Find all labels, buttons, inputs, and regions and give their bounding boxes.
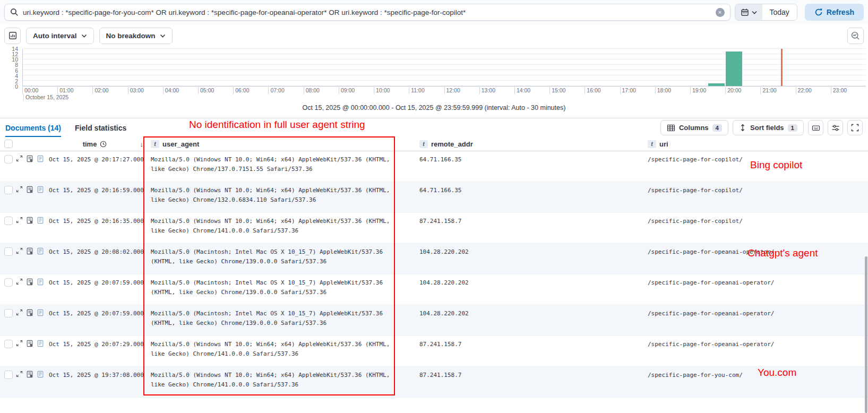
cell-user-agent[interactable]: Mozilla/5.0 (Windows NT 10.0; Win64; x64… bbox=[144, 213, 410, 243]
cell-remote-addr[interactable]: 64.71.166.35 bbox=[410, 182, 643, 212]
row-checkbox[interactable] bbox=[4, 155, 13, 164]
cell-uri[interactable]: /specific-page-for-opeanai-operator/ bbox=[643, 274, 868, 305]
document-details-icon[interactable] bbox=[26, 340, 33, 347]
cell-time[interactable]: Oct 15, 2025 @ 20:08:02.000 bbox=[45, 244, 144, 274]
row-checkbox[interactable] bbox=[4, 340, 13, 348]
table-row[interactable]: Oct 15, 2025 @ 20:17:27.000 Mozilla/5.0 … bbox=[0, 151, 868, 182]
table-row[interactable]: Oct 15, 2025 @ 20:08:02.000 Mozilla/5.0 … bbox=[0, 244, 868, 274]
search-input[interactable]: uri.keyword : *specific-page-for-you-com… bbox=[4, 4, 731, 21]
row-checkbox[interactable] bbox=[4, 371, 13, 379]
date-range-label[interactable]: Today bbox=[762, 4, 797, 20]
query-text[interactable]: uri.keyword : *specific-page-for-you-com… bbox=[23, 8, 711, 16]
tab-documents[interactable]: Documents (14) bbox=[5, 118, 61, 137]
document-details-icon[interactable] bbox=[26, 247, 33, 255]
vertical-scrollbar[interactable] bbox=[865, 256, 867, 413]
document-details-icon[interactable] bbox=[26, 217, 33, 224]
histogram-bar[interactable] bbox=[708, 83, 725, 86]
cell-time[interactable]: Oct 15, 2025 @ 20:16:59.000 bbox=[45, 182, 144, 212]
expand-row-icon[interactable] bbox=[16, 371, 23, 377]
document-details-icon[interactable] bbox=[26, 155, 33, 162]
fullscreen-button[interactable] bbox=[847, 120, 863, 135]
chart-toggle-button[interactable] bbox=[4, 28, 21, 44]
expand-row-icon[interactable] bbox=[16, 186, 23, 193]
cell-time[interactable]: Oct 15, 2025 @ 20:17:27.000 bbox=[45, 151, 144, 182]
breakdown-select[interactable]: No breakdown bbox=[99, 28, 173, 44]
sort-descending-icon[interactable]: ↓ bbox=[140, 140, 144, 148]
document-details-icon[interactable] bbox=[26, 309, 33, 316]
cell-uri[interactable]: /specific-page-for-opeanai-operator/ bbox=[643, 336, 868, 366]
tab-field-statistics[interactable]: Field statistics bbox=[75, 118, 126, 137]
cell-user-agent[interactable]: Mozilla/5.0 (Macintosh; Intel Mac OS X 1… bbox=[144, 305, 410, 335]
view-document-icon[interactable] bbox=[37, 155, 44, 162]
expand-row-icon[interactable] bbox=[16, 155, 23, 162]
row-height-button[interactable] bbox=[828, 120, 843, 135]
chevron-down-icon bbox=[160, 34, 166, 38]
view-document-icon[interactable] bbox=[37, 371, 44, 378]
table-row[interactable]: Oct 15, 2025 @ 20:07:29.000 Mozilla/5.0 … bbox=[0, 336, 868, 367]
cell-remote-addr[interactable]: 64.71.166.35 bbox=[410, 151, 643, 182]
cell-time[interactable]: Oct 15, 2025 @ 20:07:59.000 bbox=[45, 305, 144, 335]
edit-visualization-button[interactable] bbox=[847, 28, 864, 44]
expand-row-icon[interactable] bbox=[16, 309, 23, 316]
view-document-icon[interactable] bbox=[37, 309, 44, 316]
clear-query-icon[interactable]: × bbox=[716, 8, 725, 17]
view-document-icon[interactable] bbox=[37, 186, 44, 193]
expand-row-icon[interactable] bbox=[16, 247, 23, 254]
interval-select[interactable]: Auto interval bbox=[26, 28, 94, 44]
cell-time[interactable]: Oct 15, 2025 @ 20:07:59.000 bbox=[45, 274, 144, 305]
select-all-checkbox[interactable] bbox=[4, 140, 13, 148]
cell-user-agent[interactable]: Mozilla/5.0 (Windows NT 10.0; Win64; x64… bbox=[144, 367, 410, 397]
sort-fields-button[interactable]: Sort fields 1 bbox=[733, 120, 804, 135]
table-row[interactable]: Oct 15, 2025 @ 19:37:08.000 Mozilla/5.0 … bbox=[0, 367, 868, 398]
expand-row-icon[interactable] bbox=[16, 217, 23, 223]
cell-remote-addr[interactable]: 87.241.158.7 bbox=[410, 336, 643, 366]
expand-row-icon[interactable] bbox=[16, 340, 23, 347]
view-document-icon[interactable] bbox=[37, 217, 44, 224]
view-document-icon[interactable] bbox=[37, 278, 44, 286]
table-row[interactable]: Oct 15, 2025 @ 20:07:59.000 Mozilla/5.0 … bbox=[0, 274, 868, 305]
column-header-remote-addr[interactable]: t remote_addr bbox=[410, 137, 643, 151]
table-row[interactable]: Oct 15, 2025 @ 20:16:35.000 Mozilla/5.0 … bbox=[0, 213, 868, 244]
cell-time[interactable]: Oct 15, 2025 @ 20:07:29.000 bbox=[45, 336, 144, 366]
cell-uri[interactable]: /specific-page-for-copilot/ bbox=[643, 182, 868, 212]
refresh-button[interactable]: Refresh bbox=[805, 4, 864, 21]
columns-button[interactable]: Columns 4 bbox=[660, 120, 728, 135]
cell-remote-addr[interactable]: 104.28.220.202 bbox=[410, 244, 643, 274]
cell-remote-addr[interactable]: 104.28.220.202 bbox=[410, 274, 643, 305]
row-checkbox[interactable] bbox=[4, 309, 13, 317]
column-header-uri[interactable]: t uri bbox=[643, 137, 868, 151]
cell-time[interactable]: Oct 15, 2025 @ 20:16:35.000 bbox=[45, 213, 144, 243]
histogram-chart: 02468101214 00:0001:0002:0003:0004:0005:… bbox=[0, 47, 868, 102]
histogram-bar[interactable] bbox=[726, 51, 742, 86]
cell-uri[interactable]: /specific-page-for-you-com/ bbox=[643, 367, 868, 397]
cell-user-agent[interactable]: Mozilla/5.0 (Windows NT 10.0; Win64; x64… bbox=[144, 336, 410, 366]
row-checkbox[interactable] bbox=[4, 186, 13, 194]
density-button[interactable] bbox=[808, 120, 823, 135]
row-checkbox[interactable] bbox=[4, 247, 13, 256]
cell-user-agent[interactable]: Mozilla/5.0 (Windows NT 10.0; Win64; x64… bbox=[144, 151, 410, 182]
cell-uri[interactable]: /specific-page-for-copilot/ bbox=[643, 213, 868, 243]
table-row[interactable]: Oct 15, 2025 @ 20:07:59.000 Mozilla/5.0 … bbox=[0, 305, 868, 336]
cell-remote-addr[interactable]: 87.241.158.7 bbox=[410, 213, 643, 243]
expand-row-icon[interactable] bbox=[16, 278, 23, 285]
cell-user-agent[interactable]: Mozilla/5.0 (Macintosh; Intel Mac OS X 1… bbox=[144, 244, 410, 274]
document-details-icon[interactable] bbox=[26, 371, 33, 378]
row-checkbox[interactable] bbox=[4, 278, 13, 287]
column-header-user-agent[interactable]: t user_agent bbox=[144, 137, 410, 151]
chart-plot[interactable] bbox=[22, 49, 866, 87]
cell-remote-addr[interactable]: 104.28.220.202 bbox=[410, 305, 643, 335]
view-document-icon[interactable] bbox=[37, 247, 44, 255]
document-details-icon[interactable] bbox=[26, 186, 33, 193]
document-details-icon[interactable] bbox=[26, 278, 33, 286]
fullscreen-icon bbox=[851, 124, 859, 132]
cell-time[interactable]: Oct 15, 2025 @ 19:37:08.000 bbox=[45, 367, 144, 397]
cell-user-agent[interactable]: Mozilla/5.0 (Windows NT 10.0; Win64; x64… bbox=[144, 182, 410, 212]
date-picker-button[interactable] bbox=[735, 4, 762, 20]
cell-uri[interactable]: /specific-page-for-opeanai-operator/ bbox=[643, 305, 868, 335]
column-header-time[interactable]: time ↓ bbox=[45, 137, 144, 151]
cell-remote-addr[interactable]: 87.241.158.7 bbox=[410, 367, 643, 397]
row-checkbox[interactable] bbox=[4, 217, 13, 225]
table-row[interactable]: Oct 15, 2025 @ 20:16:59.000 Mozilla/5.0 … bbox=[0, 182, 868, 213]
cell-user-agent[interactable]: Mozilla/5.0 (Macintosh; Intel Mac OS X 1… bbox=[144, 274, 410, 305]
view-document-icon[interactable] bbox=[37, 340, 44, 347]
